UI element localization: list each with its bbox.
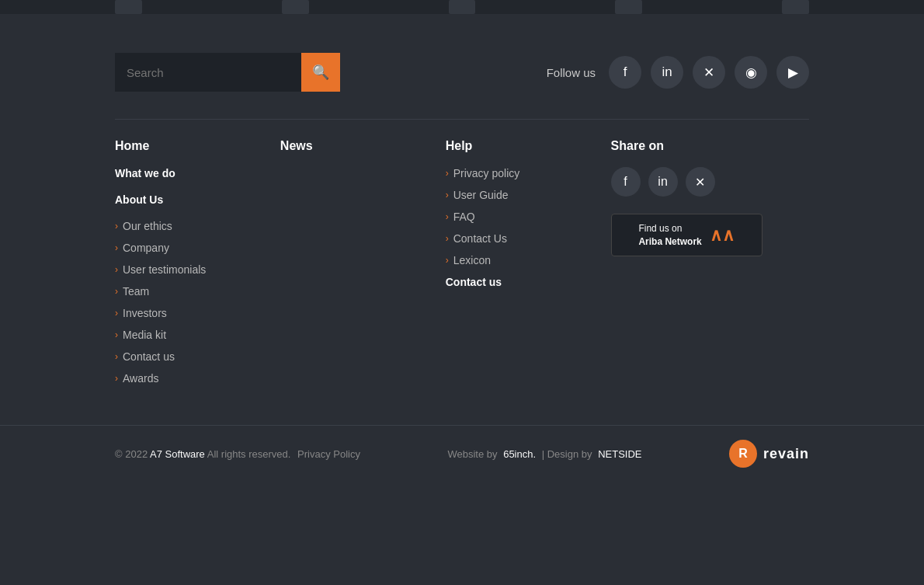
privacy-policy-footer-link[interactable]: Privacy Policy — [297, 448, 360, 460]
top-segment-1 — [115, 0, 142, 14]
investors-link[interactable]: › Investors — [115, 307, 280, 319]
faq-link[interactable]: › FAQ — [446, 211, 611, 223]
chevron-icon: › — [115, 373, 118, 384]
col-news: News — [280, 139, 446, 394]
col-share: Share on f in ✕ Find us on Ariba Network… — [611, 139, 809, 394]
share-heading: Share on — [611, 139, 809, 153]
search-container: 🔍 — [115, 53, 340, 92]
chevron-icon: › — [115, 308, 118, 319]
contact-us-link[interactable]: › Contact us — [115, 350, 280, 363]
footer-main: 🔍 Follow us f in ✕ ◉ ▶ Home What we do A… — [0, 14, 924, 425]
design-by-text: | Design by — [542, 448, 592, 460]
linkedin-icon[interactable]: in — [651, 56, 683, 89]
contact-us-section-link[interactable]: Contact us — [446, 276, 611, 288]
follow-label: Follow us — [547, 66, 596, 79]
revain-logo[interactable]: R revain — [729, 440, 809, 468]
awards-link[interactable]: › Awards — [115, 372, 280, 385]
top-segment-4 — [615, 0, 642, 14]
revain-icon: R — [729, 440, 757, 468]
col-home: Home What we do About Us › Our ethics › … — [115, 139, 280, 394]
user-testimonials-link[interactable]: › User testimonials — [115, 263, 280, 276]
search-input[interactable] — [115, 53, 301, 92]
top-segment-2 — [282, 0, 309, 14]
about-us-link[interactable]: About Us — [115, 193, 280, 206]
twitter-icon[interactable]: ✕ — [693, 56, 725, 89]
home-heading: Home — [115, 139, 280, 153]
share-icons-row: f in ✕ — [611, 167, 809, 197]
col-help: Help › Privacy policy › User Guide › FAQ… — [446, 139, 611, 394]
chevron-icon: › — [115, 242, 118, 253]
share-twitter-icon[interactable]: ✕ — [686, 167, 715, 197]
follow-row: Follow us f in ✕ ◉ ▶ — [547, 56, 809, 89]
contact-us-help-link[interactable]: › Contact Us — [446, 232, 611, 245]
share-facebook-icon[interactable]: f — [611, 167, 641, 197]
chevron-icon: › — [446, 168, 449, 179]
lexicon-link[interactable]: › Lexicon — [446, 254, 611, 266]
share-linkedin-icon[interactable]: in — [648, 167, 678, 197]
chevron-icon: › — [115, 264, 118, 275]
team-link[interactable]: › Team — [115, 285, 280, 298]
top-segment-3 — [449, 0, 476, 14]
top-bar — [0, 0, 924, 14]
user-guide-link[interactable]: › User Guide — [446, 189, 611, 201]
search-button[interactable]: 🔍 — [301, 53, 340, 92]
chevron-icon: › — [115, 286, 118, 297]
chevron-icon: › — [115, 221, 118, 232]
partner1-text: 65inch. — [503, 448, 536, 460]
copyright-text: © 2022 — [115, 448, 148, 460]
revain-name: revain — [763, 446, 809, 462]
youtube-icon[interactable]: ▶ — [776, 56, 809, 89]
rights-text: All rights reserved. — [207, 448, 291, 460]
ariba-logo-icon: ∧∧ — [710, 225, 735, 245]
chevron-icon: › — [446, 190, 449, 200]
what-we-do-link[interactable]: What we do — [115, 167, 280, 179]
copyright-section: © 2022 A7 Software All rights reserved. … — [115, 448, 360, 460]
media-kit-link[interactable]: › Media kit — [115, 329, 280, 341]
news-heading: News — [280, 139, 446, 153]
partner2-text: NETSIDE — [598, 448, 641, 460]
help-heading: Help — [446, 139, 611, 153]
ariba-text: Find us on Ariba Network — [638, 222, 701, 249]
ariba-banner[interactable]: Find us on Ariba Network ∧∧ — [611, 214, 762, 256]
top-segment-5 — [782, 0, 809, 14]
design-credit: Website by 65inch. | Design by NETSIDE — [447, 448, 641, 460]
privacy-policy-link[interactable]: › Privacy policy — [446, 167, 611, 179]
chevron-icon: › — [446, 255, 449, 266]
divider — [115, 119, 809, 120]
our-ethics-link[interactable]: › Our ethics — [115, 220, 280, 232]
website-by-text: Website by — [447, 448, 497, 460]
chevron-icon: › — [446, 233, 449, 244]
company-link[interactable]: › Company — [115, 242, 280, 254]
chevron-icon: › — [446, 211, 449, 222]
search-icon: 🔍 — [312, 64, 329, 81]
facebook-icon[interactable]: f — [609, 56, 641, 89]
search-follow-row: 🔍 Follow us f in ✕ ◉ ▶ — [115, 37, 809, 115]
footer-bottom: © 2022 A7 Software All rights reserved. … — [0, 425, 924, 482]
chevron-icon: › — [115, 351, 118, 362]
instagram-icon[interactable]: ◉ — [735, 56, 767, 89]
company-name: A7 Software — [150, 448, 205, 460]
footer-columns: Home What we do About Us › Our ethics › … — [115, 139, 809, 425]
chevron-icon: › — [115, 329, 118, 340]
